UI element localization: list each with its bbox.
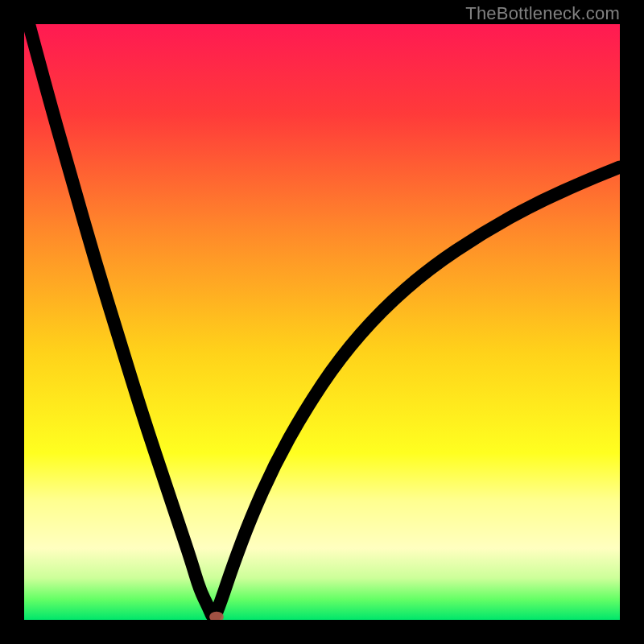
- bottleneck-curve: [24, 24, 620, 617]
- plot-area: [24, 24, 620, 620]
- watermark-text: TheBottleneck.com: [465, 3, 620, 24]
- chart-frame: TheBottleneck.com: [0, 0, 644, 644]
- curve-layer: [24, 24, 620, 620]
